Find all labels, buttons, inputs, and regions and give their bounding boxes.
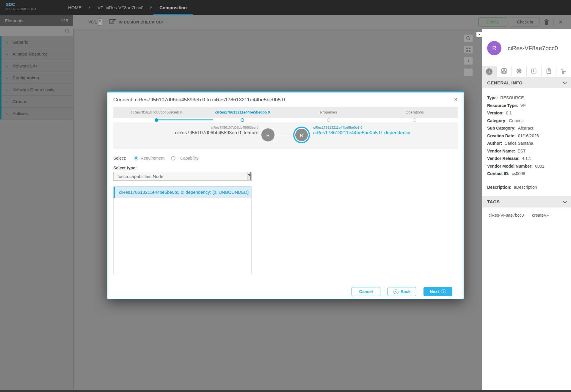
- certify-button[interactable]: Certify: [478, 18, 507, 26]
- general-info-fields: Type:RESOURCE Resource Type:VF Version:0…: [482, 88, 571, 176]
- breadcrumb-vf[interactable]: VF: ciRes-VF8ae7bcc0: [90, 0, 150, 15]
- field-row: Vendor Name:EST: [487, 149, 566, 153]
- target-node-badge: R: [295, 129, 308, 141]
- sidebar-item-policies[interactable]: Policies: [1, 108, 73, 119]
- tags-title: TAGS: [487, 199, 500, 204]
- connection-diagram: ciRes7ff56107d06bb45893eb 0 ciRes7ff5610…: [113, 122, 458, 149]
- version-stepper[interactable]: [98, 18, 102, 26]
- wizard-step-source[interactable]: ciRes7ff56107d06bb45893eb 0: [113, 107, 200, 118]
- wizard-progress: [113, 118, 458, 122]
- chevron-down-icon: [5, 99, 8, 104]
- capability-radio[interactable]: [171, 156, 175, 160]
- sidebar-item-allotted-resource[interactable]: Allotted Resource: [1, 48, 73, 60]
- cancel-button[interactable]: Cancel: [352, 287, 380, 296]
- composition-toolbar: V0.1 IN DESIGN CHECK OUT Certify Check i…: [73, 15, 571, 29]
- source-node-badge[interactable]: R: [261, 128, 274, 141]
- toolbar-divider: [105, 18, 105, 26]
- zoom-in-button[interactable]: +: [464, 57, 473, 65]
- close-composition-icon[interactable]: ✕: [557, 19, 564, 25]
- connect-dialog: Connect: ciRes7ff56107d06bb45893eb 0 to …: [107, 91, 464, 299]
- wizard-dot-todo: [327, 118, 330, 122]
- tab-composition[interactable]: Composition: [152, 0, 194, 15]
- dialog-footer: Cancel Back Next: [352, 287, 452, 296]
- app-header: SDC v.1.14.5-SNAPSHOT HOME VF: ciRes-VF8…: [0, 0, 571, 15]
- dialog-close-icon[interactable]: ✕: [454, 97, 458, 102]
- dropdown-arrow-icon[interactable]: [247, 172, 251, 180]
- requirement-radio[interactable]: [134, 156, 138, 160]
- field-row: Contact ID:cs0008: [487, 171, 566, 176]
- field-row: Creation Date:01/16/2026: [487, 133, 566, 138]
- elements-title: Elements: [5, 18, 23, 23]
- type-select-value: tosca.capabilities.Node: [114, 174, 163, 179]
- field-row: Sub Category:Abstract: [487, 126, 566, 130]
- breadcrumb-home[interactable]: HOME: [61, 0, 89, 15]
- source-requirement-name: ciRes7ff56107d06bb45893eb 0: feature: [175, 130, 258, 136]
- panel-collapse-toggle[interactable]: >: [476, 32, 482, 37]
- field-row: Vendor Model Number:0001: [487, 164, 566, 169]
- source-instance-name: ciRes7ff56107d06bb45893eb 0: [175, 126, 258, 129]
- chevron-down-icon: [5, 75, 8, 81]
- tab-properties[interactable]: [512, 66, 526, 77]
- chevron-down-icon: [563, 199, 567, 204]
- wizard-step-properties[interactable]: Properties: [286, 107, 372, 118]
- select-type-label: Select type:: [113, 166, 458, 170]
- source-labels: ciRes7ff56107d06bb45893eb 0 ciRes7ff5610…: [175, 126, 258, 136]
- sidebar-item-label: Configuration: [12, 75, 39, 80]
- delete-trash-icon[interactable]: [543, 18, 550, 26]
- type-select-dropdown[interactable]: tosca.capabilities.Node: [113, 172, 252, 181]
- check-in-button[interactable]: Check in: [511, 18, 539, 26]
- tab-composition-structure[interactable]: [497, 66, 512, 77]
- element-category-list: Generic Allotted Resource Network L4+ Co…: [0, 36, 73, 119]
- chevron-down-icon: [5, 40, 8, 45]
- sidebar-item-label: Policies: [12, 111, 28, 116]
- select-label: Select:: [113, 156, 126, 160]
- general-info-section-header[interactable]: GENERAL INFO: [482, 77, 571, 88]
- chevron-right-circle-icon: [441, 289, 446, 294]
- wizard-dot-todo: [413, 118, 416, 122]
- tab-information[interactable]: i: [482, 66, 497, 77]
- tab-deployment-artifacts[interactable]: [542, 66, 556, 77]
- requirement-list-item-selected[interactable]: ciRes178613211e44be5be0b5 0: dependency:…: [114, 187, 251, 198]
- dialog-title: Connect: ciRes7ff56107d06bb45893eb 0 to …: [113, 92, 458, 103]
- sidebar-item-label: Network L4+: [12, 63, 38, 68]
- target-node-selected[interactable]: R: [293, 127, 310, 143]
- sidebar-item-network-connectivity[interactable]: Network Connectivity: [1, 84, 73, 96]
- wizard-dot-current: [241, 118, 244, 122]
- fit-to-screen-icon[interactable]: [464, 46, 473, 53]
- wizard-dot-done: [155, 118, 158, 122]
- chevron-down-icon: [563, 80, 567, 85]
- info-icon: i: [486, 68, 492, 75]
- avatar: R: [487, 41, 501, 55]
- wizard-step-operations[interactable]: Operations: [372, 107, 458, 118]
- lifecycle-status: IN DESIGN CHECK OUT: [119, 20, 164, 24]
- general-info-title: GENERAL INFO: [487, 80, 523, 85]
- tab-requirements-capabilities[interactable]: [556, 66, 571, 77]
- sidebar-item-generic[interactable]: Generic: [1, 36, 73, 48]
- logo-title: SDC: [6, 2, 37, 7]
- resource-name: ciRes-VF8ae7bcc0: [508, 45, 558, 52]
- logo-version: v.1.14.5-SNAPSHOT: [6, 7, 37, 11]
- app-footer-bar: [0, 390, 571, 392]
- description-label: Description:: [487, 185, 512, 190]
- next-button[interactable]: Next: [423, 287, 452, 296]
- composition-icon: [501, 68, 507, 75]
- connection-dashed-line: [276, 135, 292, 135]
- elements-search-input[interactable]: [0, 26, 73, 36]
- tags-section-header[interactable]: TAGS: [482, 196, 571, 207]
- zoom-out-button[interactable]: −: [464, 68, 473, 76]
- panel-header: R ciRes-VF8ae7bcc0: [482, 29, 571, 66]
- app-logo: SDC v.1.14.5-SNAPSHOT: [6, 2, 37, 11]
- back-button[interactable]: Back: [388, 287, 416, 296]
- elements-sidebar: Elements 125 Generic Allotted Resource N…: [0, 15, 73, 390]
- sidebar-item-groups[interactable]: Groups: [1, 96, 73, 108]
- target-labels: ciRes178613211e44be5be0b5 0 ciRes1786132…: [313, 126, 410, 136]
- canvas-search-icon[interactable]: [464, 34, 473, 42]
- sidebar-item-network-l4[interactable]: Network L4+: [1, 60, 73, 72]
- wizard-progress-line: [156, 119, 213, 120]
- chevron-left-circle-icon: [393, 289, 399, 294]
- requirement-radio-label: Requirement: [141, 156, 164, 160]
- tab-information-artifacts[interactable]: i: [527, 66, 542, 77]
- wizard-step-target[interactable]: ciRes178613211e44be5be0b5 0: [200, 107, 286, 118]
- canvas-controls: + −: [464, 34, 473, 76]
- sidebar-item-configuration[interactable]: Configuration: [1, 72, 73, 84]
